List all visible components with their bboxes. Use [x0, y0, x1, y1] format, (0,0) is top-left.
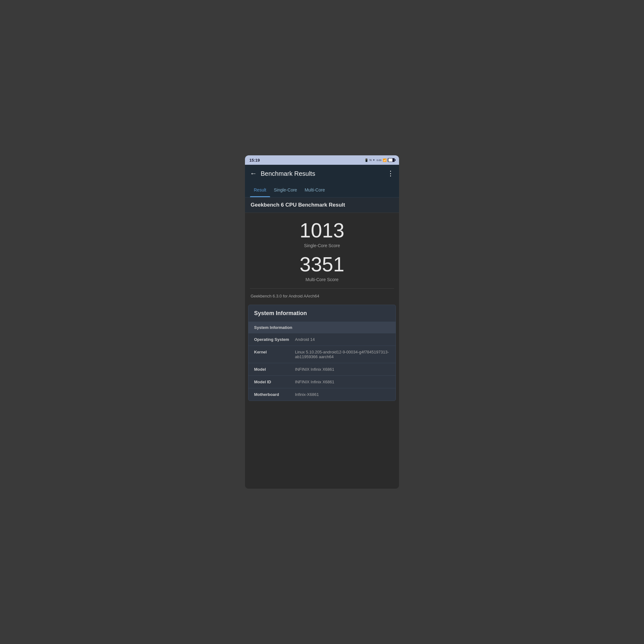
info-value-model-id: INFINIX Infinix X6861 — [295, 380, 390, 384]
info-key-model: Model — [254, 367, 295, 372]
wifi-icon: 📶 — [383, 158, 386, 162]
result-header-title: Geekbench 6 CPU Benchmark Result — [251, 202, 345, 208]
status-bar: 15:19 📳 N ✦ 0.00 📶 — [245, 155, 399, 165]
info-key-kernel: Kernel — [254, 350, 295, 354]
vibrate-icon: 📳 — [364, 158, 368, 162]
status-time: 15:19 — [249, 158, 260, 163]
system-info-card-title: System Information — [254, 310, 307, 316]
info-value-model: INFINIX Infinix X6861 — [295, 367, 390, 372]
multi-core-score-label: Multi-Core Score — [305, 277, 338, 282]
system-info-card-header: System Information — [248, 305, 396, 322]
tab-single-core[interactable]: Single-Core — [270, 182, 301, 197]
info-row-model: Model INFINIX Infinix X6861 — [248, 363, 396, 375]
content: Geekbench 6 CPU Benchmark Result 1013 Si… — [245, 197, 399, 489]
battery-icon — [388, 158, 395, 162]
status-icons: 📳 N ✦ 0.00 📶 — [364, 158, 395, 162]
single-core-score-value: 1013 — [300, 220, 344, 241]
app-bar: ← Benchmark Results ⋮ — [245, 165, 399, 182]
tabs: Result Single-Core Multi-Core — [245, 182, 399, 197]
info-value-motherboard: Infinix-X6861 — [295, 392, 390, 397]
info-row-motherboard: Motherboard Infinix-X6861 — [248, 388, 396, 401]
info-key-motherboard: Motherboard — [254, 392, 295, 397]
bluetooth-icon: ✦ — [373, 158, 375, 162]
more-button[interactable]: ⋮ — [387, 170, 394, 177]
tab-multi-core[interactable]: Multi-Core — [301, 182, 329, 197]
phone-container: 15:19 📳 N ✦ 0.00 📶 ← Benchmark Results ⋮… — [245, 155, 399, 489]
info-section-header: System Information — [248, 322, 396, 333]
version-text: Geekbench 6.3.0 for Android AArch64 — [245, 289, 399, 303]
info-key-os: Operating System — [254, 337, 295, 342]
info-value-kernel: Linux 5.10.205-android12-9-00034-g4f7845… — [295, 350, 390, 359]
single-core-score-label: Single-Core Score — [304, 243, 340, 248]
multi-core-score-value: 3351 — [300, 254, 344, 275]
back-button[interactable]: ← — [250, 170, 257, 177]
result-header: Geekbench 6 CPU Benchmark Result — [245, 197, 399, 213]
info-value-os: Android 14 — [295, 337, 390, 342]
info-key-model-id: Model ID — [254, 380, 295, 384]
multi-core-score-section: 3351 Multi-Core Score — [245, 254, 399, 288]
info-row-model-id: Model ID INFINIX Infinix X6861 — [248, 375, 396, 388]
app-title: Benchmark Results — [261, 170, 387, 177]
data-icon: 0.00 — [376, 159, 381, 162]
info-row-kernel: Kernel Linux 5.10.205-android12-9-00034-… — [248, 346, 396, 363]
info-row-os: Operating System Android 14 — [248, 333, 396, 346]
system-info-card: System Information System Information Op… — [248, 305, 396, 401]
signal-icon: N — [369, 158, 372, 162]
info-table: System Information Operating System Andr… — [248, 322, 396, 401]
tab-result[interactable]: Result — [250, 182, 270, 197]
single-core-score-section: 1013 Single-Core Score — [245, 213, 399, 254]
